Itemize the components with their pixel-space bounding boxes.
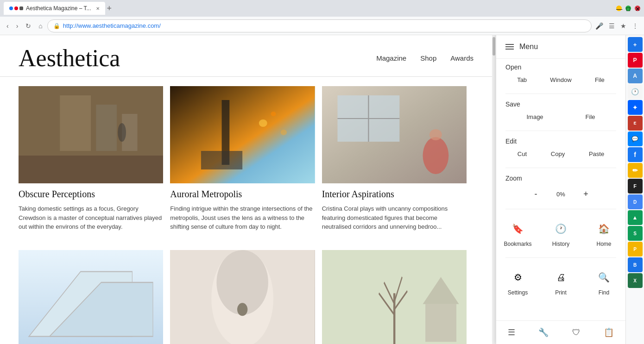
- active-tab[interactable]: Aesthetica Magazine – T... ✕: [4, 2, 105, 15]
- site-logo: Aesthetica: [19, 44, 376, 72]
- zoom-value: 0%: [552, 191, 570, 198]
- svg-point-16: [423, 137, 448, 174]
- menu-settings-item[interactable]: ⚙ Settings: [496, 263, 539, 300]
- zoom-plus-button[interactable]: +: [580, 188, 593, 200]
- website-area: Aesthetica Magazine Shop Awards: [0, 35, 496, 344]
- window-controls: — □ ✕: [616, 6, 640, 11]
- open-tab-button[interactable]: Tab: [513, 75, 530, 85]
- ext-excel-button[interactable]: X: [628, 273, 643, 288]
- ext-docs-button[interactable]: D: [628, 194, 643, 209]
- minimize-button[interactable]: —: [616, 6, 622, 11]
- ext-add-button[interactable]: +: [628, 37, 643, 52]
- svg-rect-3: [19, 156, 163, 183]
- nav-magazine[interactable]: Magazine: [376, 54, 406, 62]
- close-button[interactable]: ✕: [635, 6, 640, 11]
- divider-4: [505, 209, 616, 209]
- content-area: Aesthetica Magazine Shop Awards: [0, 35, 644, 344]
- find-label: Find: [599, 289, 609, 296]
- paste-button[interactable]: Paste: [585, 149, 608, 159]
- ext-search-button[interactable]: A: [628, 69, 643, 83]
- ext-drive-button[interactable]: ▲: [628, 210, 643, 225]
- menu-footer-hamburger[interactable]: ☰: [505, 325, 518, 340]
- favicon-aesthetica: [19, 6, 23, 10]
- maximize-button[interactable]: □: [625, 6, 631, 11]
- article-card-2: Auroral Metropolis Finding intrigue with…: [170, 86, 322, 241]
- ext-pen-button[interactable]: ✏: [628, 163, 643, 178]
- cut-button[interactable]: Cut: [514, 149, 530, 159]
- browser-window: Aesthetica Magazine – T... ✕ + — □ ✕ ‹ ›…: [0, 0, 644, 344]
- back-button[interactable]: ‹: [4, 20, 12, 31]
- ext-blue-button[interactable]: B: [628, 257, 643, 272]
- menu-print-item[interactable]: 🖨 Print: [539, 263, 582, 300]
- menu-zoom-label: Zoom: [505, 175, 616, 182]
- hamburger-icon: [505, 44, 514, 50]
- ext-clock-button[interactable]: 🕐: [628, 84, 643, 99]
- home-button[interactable]: ⌂: [36, 20, 45, 31]
- ext-messenger-button[interactable]: 💬: [628, 131, 643, 146]
- zoom-minus-button[interactable]: -: [530, 188, 543, 200]
- new-tab-button[interactable]: +: [107, 4, 112, 13]
- article-desc-1: Taking domestic settings as a focus, Gre…: [19, 204, 163, 231]
- copy-button[interactable]: Copy: [547, 149, 568, 159]
- tab-close-icon[interactable]: ✕: [96, 6, 100, 11]
- menu-zoom-section: Zoom - 0% +: [496, 170, 625, 207]
- save-image-button[interactable]: Image: [523, 112, 547, 122]
- svg-point-11: [281, 130, 287, 135]
- articles-grid-2: [0, 250, 492, 344]
- svg-rect-2: [96, 105, 117, 151]
- find-icon: 🔍: [595, 268, 613, 287]
- voice-search-button[interactable]: 🎤: [593, 20, 605, 31]
- menu-save-section: Save Image File: [496, 96, 625, 129]
- ext-sheets-button[interactable]: S: [628, 226, 643, 241]
- divider-5: [505, 257, 616, 258]
- bookmarks-label: Bookmarks: [504, 241, 531, 247]
- tab-bar: Aesthetica Magazine – T... ✕ + — □ ✕: [0, 0, 644, 17]
- print-icon: 🖨: [552, 268, 570, 287]
- scrollbar[interactable]: [492, 35, 496, 344]
- menu-bookmarks-item[interactable]: 🔖 Bookmarks: [496, 215, 539, 252]
- nav-shop[interactable]: Shop: [420, 54, 436, 62]
- ext-f-button[interactable]: F: [628, 179, 643, 194]
- refresh-button[interactable]: ↻: [23, 20, 34, 31]
- home-icon: 🏠: [595, 219, 613, 238]
- settings-label: Settings: [508, 289, 528, 296]
- article-title-3: Interior Aspirations: [322, 189, 467, 200]
- article-desc-3: Cristina Coral plays with uncanny compos…: [322, 204, 467, 231]
- ext-easydb-button[interactable]: E: [628, 116, 643, 131]
- forward-button[interactable]: ›: [13, 20, 21, 31]
- save-file-button[interactable]: File: [582, 112, 599, 122]
- open-window-button[interactable]: Window: [546, 75, 575, 85]
- site-header: Aesthetica Magazine Shop Awards: [0, 35, 492, 77]
- menu-save-items: Image File: [505, 112, 616, 122]
- menu-edit-label: Edit: [505, 138, 616, 145]
- ext-slides-button[interactable]: P: [628, 242, 643, 256]
- menu-home-item[interactable]: 🏠 Home: [582, 215, 625, 252]
- ext-dropbox-button[interactable]: ✦: [628, 100, 643, 115]
- bookmarks-button[interactable]: ☰: [607, 20, 617, 31]
- ext-facebook-button[interactable]: f: [628, 147, 643, 162]
- menu-footer-shield[interactable]: 🛡: [569, 325, 583, 340]
- open-file-button[interactable]: File: [591, 75, 608, 85]
- nav-bar: ‹ › ↻ ⌂ 🔒 http://www.aestheticamagazine.…: [0, 17, 644, 35]
- menu-footer-tools[interactable]: 🔧: [536, 325, 551, 340]
- menu-history-item[interactable]: 🕐 History: [539, 215, 582, 252]
- bookmark-star-button[interactable]: ★: [619, 20, 628, 31]
- zoom-controls: - 0% +: [505, 186, 616, 202]
- menu-header: Menu: [496, 35, 625, 59]
- article-card-6: [322, 250, 474, 344]
- url-bar[interactable]: 🔒 http://www.aestheticamagazine.com/: [47, 19, 592, 32]
- svg-rect-8: [201, 151, 242, 169]
- article-title-2: Auroral Metropolis: [170, 189, 315, 200]
- url-text: http://www.aestheticamagazine.com/: [63, 22, 586, 29]
- article-image-2: [170, 86, 315, 183]
- menu-footer-reader[interactable]: 📋: [601, 325, 617, 340]
- svg-rect-1: [60, 95, 91, 151]
- nav-actions: 🎤 ☰ ★ ⋮: [593, 20, 640, 31]
- svg-point-9: [259, 119, 267, 127]
- more-button[interactable]: ⋮: [630, 20, 640, 31]
- extensions-sidebar: + P A 🕐 ✦ E 💬 f ✏ F D ▲ S P B X: [625, 35, 644, 344]
- menu-find-item[interactable]: 🔍 Find: [582, 263, 625, 300]
- nav-awards[interactable]: Awards: [450, 54, 474, 62]
- ext-pinterest-button[interactable]: P: [628, 53, 643, 68]
- history-label: History: [552, 241, 569, 247]
